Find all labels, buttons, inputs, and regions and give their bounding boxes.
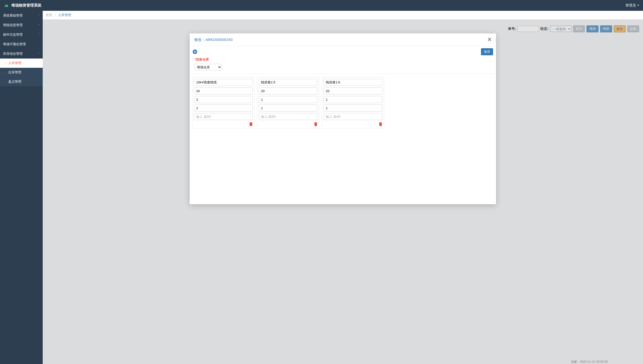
item-field3-input[interactable] — [194, 96, 253, 103]
nav-item-2[interactable]: 操作日志管理˅ — [0, 30, 43, 39]
content-area: 首页 | 入库管理 单号: 状态: ----请选择---- 查询 增加 明细 修… — [43, 11, 643, 364]
item-field3-input[interactable] — [324, 96, 382, 103]
delete-item-button[interactable] — [314, 122, 317, 127]
nav-item-label: 操作日志管理 — [3, 32, 23, 37]
item-name-input[interactable] — [324, 79, 382, 86]
sub-nav-label: 盘点管理 — [8, 79, 21, 84]
user-label: 管理员 — [625, 3, 636, 8]
breadcrumb-separator: | — [55, 13, 56, 17]
breadcrumb-home[interactable]: 首页 — [46, 13, 52, 17]
chevron-up-icon: ˄ — [38, 53, 40, 55]
sub-nav-item-0[interactable]: ›入库管理 — [0, 59, 43, 68]
sub-nav-item-1[interactable]: ›出库管理 — [0, 68, 43, 77]
item-qty-input[interactable] — [259, 87, 317, 94]
chevron-down-icon: ˅ — [38, 24, 40, 27]
app-logo-icon — [4, 3, 9, 8]
item-field4-input[interactable] — [194, 105, 253, 112]
trash-icon — [249, 122, 253, 126]
nav-item-label: 堆场可视化管理 — [3, 42, 26, 46]
target-warehouse-select[interactable]: 堆场仓库 — [195, 64, 222, 70]
chevron-right-icon: › — [5, 62, 6, 65]
nav-item-0[interactable]: 系统基础管理˅ — [0, 11, 43, 20]
app-header: 堆场物资管理系统 管理员 — [0, 0, 643, 11]
app-title: 堆场物资管理系统 — [11, 3, 41, 8]
target-warehouse-label: *目标仓库 — [190, 57, 496, 63]
nav-item-label: 系统基础管理 — [3, 13, 23, 18]
nav-item-label: 库存综合管理 — [3, 51, 23, 56]
item-card-0 — [192, 77, 254, 129]
plus-icon — [194, 50, 196, 53]
sub-nav-label: 出库管理 — [8, 70, 21, 75]
item-barcode-input[interactable] — [259, 113, 317, 120]
chevron-down-icon: ˅ — [38, 14, 40, 17]
sub-nav-label: 入库管理 — [8, 61, 21, 65]
item-qty-input[interactable] — [324, 87, 382, 94]
trash-icon — [314, 122, 317, 126]
sidebar: 系统基础管理˅登陆信息管理˅操作日志管理˅堆场可视化管理库存综合管理˄›入库管理… — [0, 11, 43, 364]
chevron-right-icon: › — [5, 71, 6, 74]
delete-item-button[interactable] — [249, 122, 253, 127]
breadcrumb: 首页 | 入库管理 — [43, 11, 643, 20]
save-button[interactable]: 保存 — [481, 48, 493, 55]
nav-item-label: 登陆信息管理 — [3, 23, 23, 27]
item-card-1 — [257, 77, 319, 129]
item-field4-input[interactable] — [259, 105, 317, 112]
item-card-2 — [322, 77, 384, 129]
nav-item-4[interactable]: 库存综合管理˄ — [0, 49, 43, 59]
item-barcode-input[interactable] — [324, 113, 382, 120]
user-menu[interactable]: 管理员 — [625, 3, 639, 8]
item-qty-input[interactable] — [194, 87, 253, 94]
delete-item-button[interactable] — [379, 122, 382, 127]
modal-overlay: 修改：ARKD00000150 保存 *目标仓库 — [43, 20, 643, 364]
item-field3-input[interactable] — [259, 96, 317, 103]
edit-modal: 修改：ARKD00000150 保存 *目标仓库 — [190, 33, 496, 204]
close-icon — [488, 37, 492, 41]
nav-item-1[interactable]: 登陆信息管理˅ — [0, 20, 43, 30]
item-cards-container — [190, 74, 496, 132]
item-name-input[interactable] — [194, 79, 253, 86]
item-name-input[interactable] — [259, 79, 317, 86]
item-field4-input[interactable] — [324, 105, 382, 112]
add-item-button[interactable] — [193, 49, 197, 54]
nav-item-3[interactable]: 堆场可视化管理 — [0, 39, 43, 49]
chevron-down-icon: ˅ — [38, 33, 40, 36]
caret-down-icon — [637, 5, 639, 6]
item-barcode-input[interactable] — [194, 113, 253, 120]
breadcrumb-current: 入库管理 — [58, 13, 71, 17]
sub-nav-item-2[interactable]: ›盘点管理 — [0, 77, 43, 86]
modal-close-button[interactable] — [488, 37, 492, 42]
chevron-right-icon: › — [5, 80, 6, 83]
modal-title: 修改：ARKD00000150 — [194, 37, 233, 42]
trash-icon — [379, 122, 382, 126]
